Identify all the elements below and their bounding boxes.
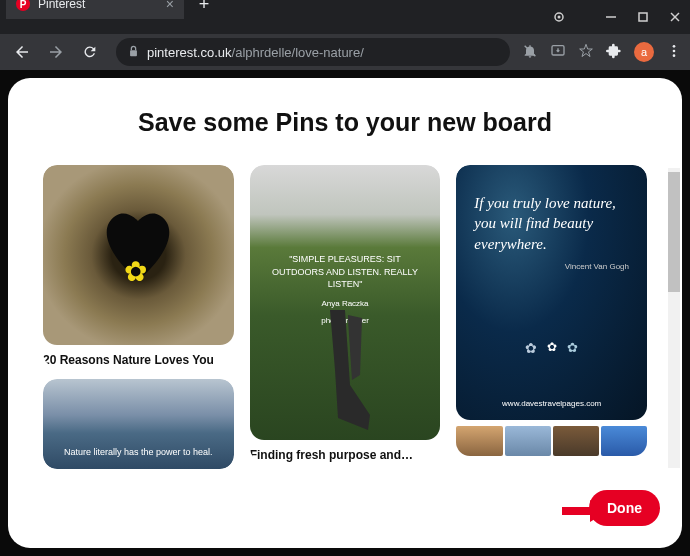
- svg-point-9: [673, 45, 676, 48]
- pin-caption: Finding fresh purpose and…: [250, 448, 441, 462]
- browser-toolbar: pinterest.co.uk/alphrdelle/love-nature/ …: [0, 34, 690, 70]
- pin-image-lake: Nature literally has the power to heal.: [43, 379, 234, 469]
- pinterest-favicon: P: [16, 0, 30, 11]
- browser-tab[interactable]: P Pinterest ×: [6, 0, 184, 19]
- svg-point-10: [673, 49, 676, 52]
- minimize-icon[interactable]: [604, 10, 618, 24]
- save-pins-modal: Save some Pins to your new board ✿ 20 Re…: [8, 78, 682, 548]
- pin-thumbnails: [456, 426, 647, 456]
- pin-overlay-quote: If you truly love nature, you will find …: [474, 193, 629, 254]
- done-button[interactable]: Done: [589, 490, 660, 526]
- flower-icon: ✿: [124, 255, 152, 283]
- url-text: pinterest.co.uk/alphrdelle/love-nature/: [147, 45, 364, 60]
- pin-overlay-author: Vincent Van Gogh: [474, 262, 629, 271]
- pin-watermark: www.davestravelpages.com: [456, 399, 647, 408]
- bookmark-star-icon[interactable]: [578, 43, 594, 62]
- pin-image-boots-field: "SIMPLE PLEASURES: SIT OUTDOORS AND LIST…: [250, 165, 441, 440]
- pin-image-heart-stump: ✿: [43, 165, 234, 345]
- pin-caption: 20 Reasons Nature Loves You: [43, 353, 234, 367]
- scrollbar-thumb[interactable]: [668, 172, 680, 292]
- address-bar[interactable]: pinterest.co.uk/alphrdelle/love-nature/: [116, 38, 510, 66]
- account-dot-icon[interactable]: [552, 10, 566, 24]
- pin-overlay-author: Anya Raczka: [321, 299, 368, 308]
- maximize-icon[interactable]: [636, 10, 650, 24]
- profile-avatar[interactable]: a: [634, 42, 654, 62]
- menu-dots-icon[interactable]: [666, 43, 682, 62]
- tab-title: Pinterest: [38, 0, 158, 11]
- pin-image-nature-quote: If you truly love nature, you will find …: [456, 165, 647, 420]
- boots-silhouette: [300, 310, 390, 440]
- new-tab-button[interactable]: +: [194, 0, 214, 14]
- pin-overlay-quote: "SIMPLE PLEASURES: SIT OUTDOORS AND LIST…: [250, 253, 441, 291]
- pin-card[interactable]: ✿ 20 Reasons Nature Loves You: [43, 165, 234, 367]
- forward-button[interactable]: [42, 38, 70, 66]
- install-icon[interactable]: [550, 43, 566, 62]
- svg-point-11: [673, 54, 676, 57]
- pin-card[interactable]: Nature literally has the power to heal.: [43, 379, 234, 469]
- reload-button[interactable]: [76, 38, 104, 66]
- lock-icon: [128, 45, 139, 59]
- flowers-decoration: ✿ ✿ ✿: [456, 340, 647, 380]
- pin-overlay-text: Nature literally has the power to heal.: [64, 447, 213, 457]
- close-tab-icon[interactable]: ×: [166, 0, 174, 12]
- pin-card[interactable]: If you truly love nature, you will find …: [456, 165, 647, 456]
- back-button[interactable]: [8, 38, 36, 66]
- notifications-icon[interactable]: [522, 43, 538, 62]
- pin-card[interactable]: "SIMPLE PLEASURES: SIT OUTDOORS AND LIST…: [250, 165, 441, 462]
- svg-rect-3: [639, 13, 647, 21]
- svg-rect-6: [130, 50, 137, 56]
- extensions-icon[interactable]: [606, 43, 622, 62]
- scrollbar[interactable]: [668, 168, 680, 468]
- svg-point-1: [558, 16, 561, 19]
- modal-title: Save some Pins to your new board: [43, 108, 647, 137]
- close-window-icon[interactable]: [668, 10, 682, 24]
